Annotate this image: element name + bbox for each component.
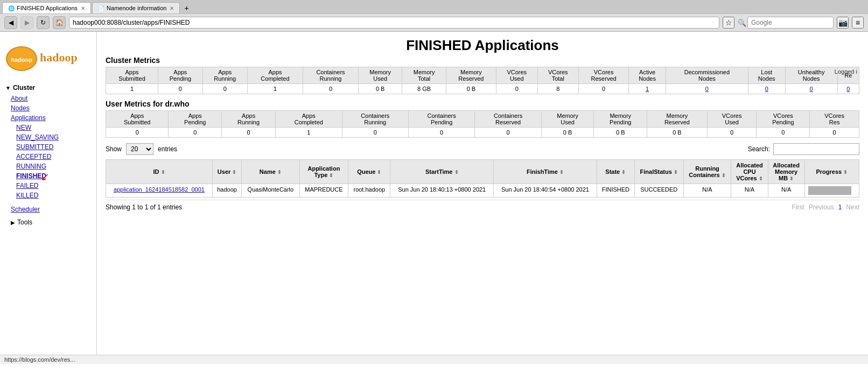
new-tab-button[interactable]: + — [181, 3, 192, 13]
um-header-vcores-res: VCoresRes — [810, 111, 859, 128]
cm-val-memory-used: 0 B — [358, 84, 402, 94]
um-header-apps-pending: AppsPending — [169, 111, 222, 128]
cm-header-memory-used: MemoryUsed — [358, 67, 402, 84]
browser-search-input[interactable] — [747, 17, 834, 29]
col-header-finishtime[interactable]: FinishTime ⇕ — [494, 160, 597, 184]
cell-running-containers: N/A — [683, 184, 731, 198]
tab-finished-applications[interactable]: 🌐 FINISHED Applications ✕ — [2, 2, 91, 13]
col-header-allocated-memory[interactable]: AllocatedMemoryMB ⇕ — [768, 160, 804, 184]
cell-name: QuasiMonteCarlo — [242, 184, 299, 198]
bookmark-button[interactable]: ☆ — [723, 17, 734, 29]
pagination-number: 1 — [838, 203, 842, 211]
logged-in-text: Logged i — [835, 68, 857, 75]
sidebar-cluster-header[interactable]: ▼ Cluster — [0, 82, 96, 94]
forward-button[interactable]: ▶ — [20, 16, 33, 29]
cell-queue: root.hadoop — [348, 184, 390, 198]
table-search-input[interactable] — [773, 143, 859, 155]
col-header-user[interactable]: User ⇕ — [213, 160, 242, 184]
sidebar-item-applications[interactable]: Applications — [0, 113, 96, 123]
sidebar-item-about[interactable]: About — [0, 94, 96, 103]
sidebar-item-new[interactable]: NEW — [0, 123, 96, 132]
um-val-containers-running: 0 — [342, 128, 408, 138]
status-text: https://blogs.com/dev/res... — [4, 356, 75, 363]
um-val-vcores-res: 0 — [810, 128, 859, 138]
col-header-starttime[interactable]: StartTime ⇕ — [390, 160, 494, 184]
col-header-progress[interactable]: Progress ⇕ — [804, 160, 859, 184]
home-button[interactable]: 🏠 — [53, 16, 66, 29]
search-label: Search: — [748, 145, 770, 153]
cm-val-re[interactable]: 0 — [837, 84, 859, 94]
back-button[interactable]: ◀ — [4, 16, 17, 29]
um-header-containers-running: ContainersRunning — [342, 111, 408, 128]
um-val-containers-pending: 0 — [408, 128, 474, 138]
tab-close-2[interactable]: ✕ — [170, 5, 174, 11]
entries-select[interactable]: 10 20 50 100 — [126, 143, 153, 155]
um-header-apps-completed: AppsCompleted — [276, 111, 342, 128]
sort-icon-allocated-memory: ⇕ — [789, 176, 794, 181]
col-header-id[interactable]: ID ⇕ — [106, 160, 213, 184]
cm-header-decommissioned-nodes: DecommissionedNodes — [666, 67, 748, 84]
cm-val-active-nodes[interactable]: 1 — [629, 84, 666, 94]
tab-close-1[interactable]: ✕ — [81, 5, 85, 11]
col-header-running-containers[interactable]: RunningContainers ⇕ — [683, 160, 731, 184]
sidebar-item-accepted[interactable]: ACCEPTED — [0, 152, 96, 161]
table-controls: Show 10 20 50 100 entries Search: — [106, 143, 859, 155]
col-header-finalstatus[interactable]: FinalStatus ⇕ — [634, 160, 683, 184]
sidebar-item-killed[interactable]: KILLED — [0, 191, 96, 200]
sidebar-item-scheduler[interactable]: Scheduler — [0, 205, 96, 214]
cm-val-unhealthy-nodes[interactable]: 0 — [785, 84, 837, 94]
col-header-app-type[interactable]: ApplicationType ⇕ — [299, 160, 348, 184]
sidebar-item-tools[interactable]: ▶ Tools — [0, 216, 96, 228]
cm-val-vcores-used: 0 — [496, 84, 537, 94]
status-bar: https://blogs.com/dev/res... — [0, 355, 868, 364]
cell-finalstatus: SUCCEEDED — [634, 184, 683, 198]
col-header-queue[interactable]: Queue ⇕ — [348, 160, 390, 184]
pagination-nav: First Previous 1 Next — [792, 203, 859, 211]
sidebar-item-new-saving[interactable]: NEW_SAVING — [0, 132, 96, 142]
search-engine-icon: 🔍 — [738, 19, 746, 27]
svg-text:hadoop: hadoop — [11, 57, 32, 63]
menu-button[interactable]: ≡ — [852, 17, 864, 29]
sidebar-finished-row: FINISHED ↙ — [0, 171, 96, 181]
app-id-link[interactable]: application_1624184518582_0001 — [114, 186, 205, 193]
screenshot-button[interactable]: 📷 — [837, 17, 849, 29]
page-layout: hadoop hadoop ▼ Cluster About Nodes Appl… — [0, 32, 868, 355]
cm-val-containers-running: 0 — [303, 84, 358, 94]
sidebar-item-submitted[interactable]: SUBMITTED — [0, 142, 96, 152]
um-val-memory-used: 0 B — [541, 128, 594, 138]
um-header-containers-reserved: ContainersReserved — [475, 111, 541, 128]
um-header-vcores-pending: VCoresPending — [757, 111, 810, 128]
sidebar-item-nodes[interactable]: Nodes — [0, 103, 96, 113]
um-header-memory-used: MemoryUsed — [541, 111, 594, 128]
cm-header-active-nodes: ActiveNodes — [629, 67, 666, 84]
hadoop-logo-text: hadoop — [40, 51, 78, 65]
tools-arrow-icon: ▶ — [11, 220, 15, 226]
tab-namenode[interactable]: 📄 Namenode information ✕ — [92, 2, 180, 13]
page-header: FINISHED Applications — [106, 37, 859, 56]
cm-val-lost-nodes[interactable]: 0 — [748, 84, 785, 94]
applications-table: ID ⇕ User ⇕ Name ⇕ ApplicationType ⇕ Que… — [106, 159, 859, 198]
pagination-next[interactable]: Next — [846, 203, 859, 211]
refresh-button[interactable]: ↻ — [37, 16, 50, 29]
cm-header-containers-running: ContainersRunning — [303, 67, 358, 84]
sidebar-cluster-label: Cluster — [13, 84, 35, 92]
um-header-memory-pending: MemoryPending — [594, 111, 647, 128]
um-val-containers-reserved: 0 — [475, 128, 541, 138]
cell-app-id[interactable]: application_1624184518582_0001 — [106, 184, 213, 198]
hadoop-logo: hadoop hadoop — [5, 43, 91, 72]
col-header-name[interactable]: Name ⇕ — [242, 160, 299, 184]
address-input[interactable] — [69, 17, 719, 29]
col-header-allocated-cpu[interactable]: AllocatedCPUVCores ⇕ — [731, 160, 768, 184]
show-label: Show — [106, 145, 122, 153]
page-title: FINISHED Applications — [106, 37, 859, 54]
cm-val-decommissioned-nodes[interactable]: 0 — [666, 84, 748, 94]
sidebar-tools-label: Tools — [17, 219, 32, 226]
tab-icon-2: 📄 — [98, 5, 104, 11]
pagination-first[interactable]: First — [792, 203, 804, 211]
um-val-vcores-used: 0 — [707, 128, 757, 138]
col-header-state[interactable]: State ⇕ — [597, 160, 634, 184]
sidebar-section-tools: ▶ Tools — [0, 216, 96, 228]
pagination-previous[interactable]: Previous — [809, 203, 834, 211]
sort-icon-id: ⇕ — [161, 170, 165, 175]
cm-val-memory-reserved: 0 B — [446, 84, 496, 94]
